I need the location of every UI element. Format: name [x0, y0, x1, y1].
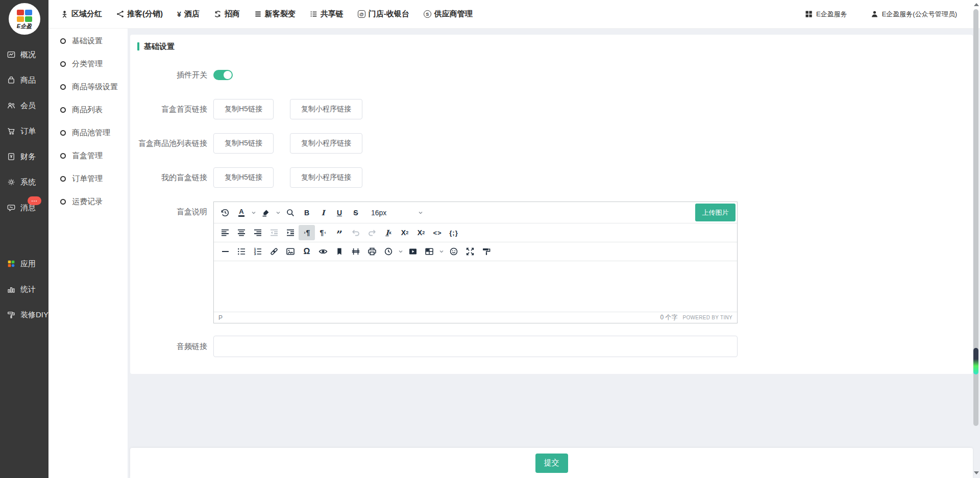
submenu-item-basic-settings[interactable]: 基础设置	[48, 30, 128, 53]
link-icon[interactable]	[266, 244, 282, 259]
highlight-color-chevron-icon[interactable]	[274, 205, 282, 220]
orders-icon	[7, 127, 16, 136]
preview-eye-icon[interactable]	[315, 244, 331, 259]
submenu-item-freight[interactable]: 运费记录	[48, 190, 128, 213]
anchor-bookmark-icon[interactable]	[331, 244, 348, 259]
numbered-list-icon[interactable]: 123	[250, 244, 266, 259]
emoji-icon[interactable]	[446, 244, 462, 259]
strikethrough-button[interactable]: S	[348, 205, 364, 220]
circle-icon	[60, 38, 66, 44]
special-character-button[interactable]: Ω	[299, 244, 315, 259]
sidebar-item-orders[interactable]: 订单	[0, 118, 48, 144]
format-painter-icon[interactable]	[478, 244, 495, 259]
print-icon[interactable]	[364, 244, 380, 259]
editor-label: 盲盒说明	[130, 202, 213, 217]
topnav-item-tuike[interactable]: 推客(分销)	[109, 9, 170, 19]
fullscreen-icon[interactable]	[462, 244, 478, 259]
image-icon[interactable]	[282, 244, 299, 259]
scrollbar-thumb[interactable]	[973, 348, 978, 374]
upload-image-button[interactable]: 上传图片	[695, 204, 736, 221]
submenu-item-category[interactable]: 分类管理	[48, 53, 128, 76]
clear-formatting-button[interactable]: Ix	[380, 225, 397, 240]
align-left-icon[interactable]	[217, 225, 233, 240]
footer-bar: 提交	[130, 448, 973, 478]
page-break-icon[interactable]	[348, 244, 364, 259]
copy-miniprogram-link-button[interactable]: 复制小程序链接	[290, 133, 362, 154]
copy-h5-link-button[interactable]: 复制H5链接	[213, 133, 274, 154]
topnav-item-supplier[interactable]: S 供应商管理	[416, 9, 480, 19]
bold-button[interactable]: B	[299, 205, 315, 220]
undo-icon[interactable]	[348, 225, 364, 240]
audio-link-label: 音频链接	[130, 342, 213, 351]
scroll-down-arrow-icon[interactable]	[974, 471, 979, 474]
scroll-up-arrow-icon[interactable]	[974, 3, 979, 6]
topnav-account[interactable]: E企盈服务(公众号管理员)	[871, 10, 957, 19]
sidebar-item-members[interactable]: 会员	[0, 93, 48, 118]
topnav-service[interactable]: E企盈服务	[805, 10, 847, 19]
sidebar-item-goods[interactable]: 商品	[0, 67, 48, 93]
ltr-button[interactable]: ›¶	[299, 225, 315, 240]
superscript-button[interactable]: X2	[413, 225, 429, 240]
topnav-item-fission[interactable]: 新客裂变	[247, 9, 303, 19]
subscript-button[interactable]: X2	[397, 225, 413, 240]
align-right-icon[interactable]	[250, 225, 266, 240]
media-icon[interactable]	[405, 244, 421, 259]
topnav-item-hotel[interactable]: ¥ 酒店	[170, 9, 207, 19]
table-icon[interactable]	[421, 244, 437, 259]
indent-icon[interactable]	[282, 225, 299, 240]
submit-button[interactable]: 提交	[535, 454, 568, 473]
bullet-list-icon[interactable]	[233, 244, 250, 259]
page-scrollbar[interactable]	[972, 0, 980, 478]
chevron-down-icon	[418, 210, 423, 215]
sidebar-item-apps[interactable]: 应用	[0, 251, 48, 276]
sidebar-item-finance[interactable]: 财务	[0, 144, 48, 169]
submenu-item-goods-level[interactable]: 商品等级设置	[48, 76, 128, 98]
sidebar-item-diy[interactable]: 装修DIY	[0, 302, 48, 328]
insert-datetime-icon[interactable]	[380, 244, 397, 259]
highlighter-icon[interactable]	[258, 205, 274, 220]
brand-logo[interactable]: E企盈	[9, 3, 40, 35]
word-count[interactable]: 0 个字	[660, 313, 678, 322]
underline-button[interactable]: U	[331, 205, 348, 220]
inline-code-button[interactable]: <>	[429, 225, 446, 240]
submenu-item-order-mgmt[interactable]: 订单管理	[48, 167, 128, 190]
table-chevron-icon[interactable]	[437, 244, 446, 259]
text-color-chevron-icon[interactable]	[250, 205, 258, 220]
text-color-button[interactable]: A	[233, 205, 250, 220]
sidebar-item-overview[interactable]: 概况	[0, 42, 48, 67]
submenu-item-goods-pool[interactable]: 商品池管理	[48, 121, 128, 144]
datetime-chevron-icon[interactable]	[397, 244, 405, 259]
copy-miniprogram-link-button[interactable]: 复制小程序链接	[290, 167, 362, 188]
editor-content-area[interactable]	[214, 261, 737, 312]
align-center-icon[interactable]	[233, 225, 250, 240]
font-size-select[interactable]: 16px	[367, 205, 427, 220]
blockquote-button[interactable]: ”	[331, 225, 348, 240]
submenu-item-goods-list[interactable]: 商品列表	[48, 98, 128, 121]
copy-miniprogram-link-button[interactable]: 复制小程序链接	[290, 99, 362, 119]
audio-link-input[interactable]	[213, 336, 738, 357]
topnav-item-region-dividend[interactable]: 区域分红	[54, 9, 109, 19]
sidebar-item-messages[interactable]: 消息 ...	[0, 195, 48, 220]
topnav-item-sharechain[interactable]: 共享链	[303, 9, 351, 19]
circle-icon	[60, 153, 66, 159]
redo-icon[interactable]	[364, 225, 380, 240]
restore-draft-icon[interactable]	[217, 205, 233, 220]
font-size-value: 16px	[371, 209, 386, 217]
topnav-item-zhaoshang[interactable]: 招商	[207, 9, 247, 19]
italic-button[interactable]: I	[315, 205, 331, 220]
pool-list-link-row: 盲盒商品池列表链接 复制H5链接 复制小程序链接	[130, 133, 973, 154]
sidebar-item-stats[interactable]: 统计	[0, 276, 48, 302]
sidebar-item-system[interactable]: 系统	[0, 169, 48, 195]
code-sample-button[interactable]: {;}	[446, 225, 462, 240]
rtl-button[interactable]: ¶‹	[315, 225, 331, 240]
submenu-item-blindbox[interactable]: 盲盒管理	[48, 144, 128, 167]
outdent-icon[interactable]	[266, 225, 282, 240]
horizontal-rule-icon[interactable]	[217, 244, 233, 259]
copy-h5-link-button[interactable]: 复制H5链接	[213, 167, 274, 188]
scrollbar-track[interactable]	[973, 9, 978, 426]
copy-h5-link-button[interactable]: 复制H5链接	[213, 99, 274, 119]
topnav-item-store-cashier[interactable]: @ 门店-收银台	[351, 9, 416, 19]
plugin-switch-toggle[interactable]	[213, 70, 233, 80]
element-path[interactable]: P	[218, 314, 223, 321]
search-icon[interactable]	[282, 205, 299, 220]
